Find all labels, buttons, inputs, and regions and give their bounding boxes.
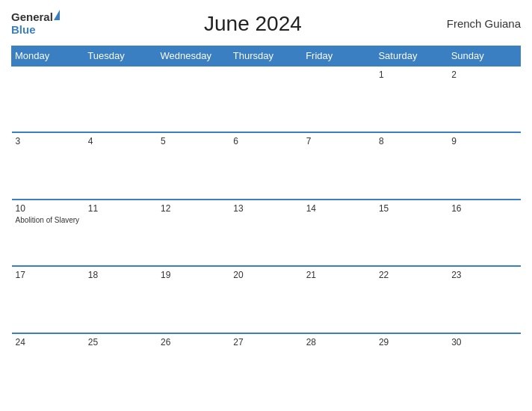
calendar-cell — [157, 66, 229, 132]
calendar-cell: 3 — [12, 132, 84, 199]
calendar-cell: 7 — [303, 132, 375, 199]
day-number: 14 — [306, 203, 372, 214]
day-number: 6 — [233, 136, 299, 146]
calendar-weekday-wednesday: Wednesday — [157, 46, 229, 67]
calendar-weekday-tuesday: Tuesday — [84, 46, 157, 67]
calendar-cell: 6 — [229, 132, 302, 199]
calendar-cell: 10Abolition of Slavery — [12, 200, 84, 266]
day-number: 28 — [306, 337, 372, 347]
day-number: 29 — [379, 337, 445, 347]
calendar-cell — [303, 66, 375, 132]
calendar-cell: 17 — [12, 266, 84, 333]
day-number: 9 — [451, 136, 517, 146]
calendar-cell: 20 — [229, 266, 302, 333]
calendar-cell: 4 — [84, 132, 157, 199]
day-number: 25 — [88, 337, 154, 347]
day-number: 5 — [161, 136, 226, 146]
calendar-cell: 12 — [157, 200, 229, 266]
calendar-week-row: 10Abolition of Slavery111213141516 — [12, 200, 521, 266]
calendar-table: MondayTuesdayWednesdayThursdayFridaySatu… — [11, 46, 521, 400]
day-number: 2 — [451, 69, 517, 80]
calendar-week-row: 3456789 — [12, 132, 521, 199]
calendar-week-row: 12 — [12, 66, 521, 132]
calendar-weekday-friday: Friday — [303, 46, 375, 67]
calendar-cell: 27 — [229, 333, 302, 400]
calendar-cell: 16 — [448, 200, 520, 266]
day-number: 8 — [379, 136, 445, 146]
calendar-cell: 18 — [84, 266, 157, 333]
day-number: 18 — [88, 270, 154, 280]
calendar-weekday-saturday: Saturday — [375, 46, 448, 67]
day-number: 4 — [88, 136, 154, 146]
day-number: 3 — [16, 136, 81, 146]
calendar-cell: 14 — [303, 200, 375, 266]
calendar-cell: 9 — [448, 132, 520, 199]
day-number: 13 — [233, 203, 299, 214]
day-number: 15 — [379, 203, 445, 214]
calendar-cell: 11 — [84, 200, 157, 266]
calendar-cell: 26 — [157, 333, 229, 400]
day-number: 1 — [379, 69, 445, 80]
calendar-header-row: MondayTuesdayWednesdayThursdayFridaySatu… — [12, 46, 521, 67]
calendar-cell: 21 — [303, 266, 375, 333]
day-number: 17 — [16, 270, 81, 280]
calendar-cell: 19 — [157, 266, 229, 333]
calendar-cell: 15 — [375, 200, 448, 266]
calendar-cell: 8 — [375, 132, 448, 199]
logo-blue-text: Blue — [11, 24, 60, 37]
calendar-cell: 13 — [229, 200, 302, 266]
calendar-cell — [12, 66, 84, 132]
page-header: General Blue June 2024 French Guiana — [11, 7, 521, 40]
calendar-cell: 22 — [375, 266, 448, 333]
calendar-cell: 23 — [448, 266, 520, 333]
day-number: 12 — [161, 203, 226, 214]
calendar-cell: 2 — [448, 66, 520, 132]
day-number: 22 — [379, 270, 445, 280]
calendar-cell: 30 — [448, 333, 520, 400]
region-label: French Guiana — [446, 17, 521, 30]
logo: General Blue — [11, 11, 60, 36]
day-number: 16 — [451, 203, 517, 214]
calendar-week-row: 24252627282930 — [12, 333, 521, 400]
calendar-cell: 29 — [375, 333, 448, 400]
logo-triangle-icon — [54, 10, 60, 20]
calendar-weekday-sunday: Sunday — [448, 46, 520, 67]
calendar-weekday-thursday: Thursday — [229, 46, 302, 67]
calendar-cell: 1 — [375, 66, 448, 132]
calendar-week-row: 17181920212223 — [12, 266, 521, 333]
logo-general-text: General — [11, 11, 53, 24]
day-number: 26 — [161, 337, 226, 347]
calendar-cell: 25 — [84, 333, 157, 400]
day-number: 7 — [306, 136, 372, 146]
day-number: 19 — [161, 270, 226, 280]
day-number: 10 — [16, 203, 81, 214]
day-number: 21 — [306, 270, 372, 280]
calendar-weekday-monday: Monday — [12, 46, 84, 67]
day-number: 24 — [16, 337, 81, 347]
calendar-cell: 24 — [12, 333, 84, 400]
day-number: 27 — [233, 337, 299, 347]
holiday-label: Abolition of Slavery — [16, 215, 81, 225]
calendar-cell: 5 — [157, 132, 229, 199]
calendar-cell: 28 — [303, 333, 375, 400]
calendar-cell — [84, 66, 157, 132]
day-number: 30 — [451, 337, 517, 347]
day-number: 11 — [88, 203, 154, 214]
calendar-cell — [229, 66, 302, 132]
month-title: June 2024 — [60, 12, 446, 36]
day-number: 23 — [451, 270, 517, 280]
day-number: 20 — [233, 270, 299, 280]
